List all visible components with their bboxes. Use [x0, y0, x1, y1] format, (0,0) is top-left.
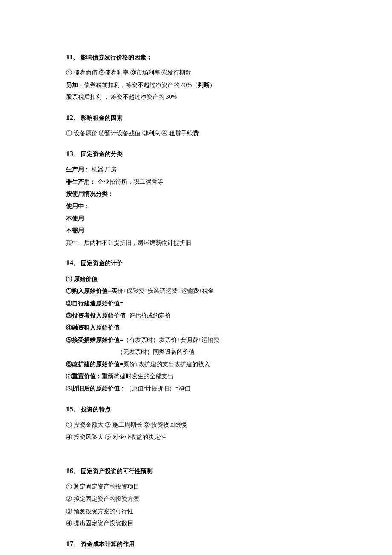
s11-line1: ① 债券面值 ②债券利率 ③市场利率 ④发行期数	[66, 67, 326, 79]
s13-line7: 其中，后两种不计提折旧，房屋建筑物计提折旧	[66, 237, 326, 249]
s14-line4: ③投资者投入原始价值=评估价或约定价	[66, 310, 326, 322]
s13-line1: 生产用： 机器 厂房	[66, 164, 326, 176]
section-12-title: 12、 影响租金的因素	[66, 111, 326, 124]
s15-line2: ④ 投资风险大 ⑤ 对企业收益的决定性	[66, 432, 326, 443]
s13-line3: 按使用情况分类：	[66, 188, 326, 200]
s14-line2: ①购入原始价值=买价+保险费+安装调运费+运输费+税金	[66, 286, 326, 297]
s14-line3: ②自行建造原始价值=	[66, 298, 326, 309]
s12-line1: ① 设备原价 ②预计设备残值 ③利息 ④ 租赁手续费	[66, 128, 326, 139]
s14-line6: ⑤接受捐赠原始价值=（有发票时）发票价+安调费+运输费	[66, 335, 326, 346]
spacer	[66, 444, 326, 457]
s11-line3: 股票税后扣利 ， 筹资不超过净资产的 30%	[66, 92, 326, 103]
s14-line10: ⑶折旧后的原始价值：（原值/计提折旧）=净值	[66, 383, 326, 395]
s13-line6: 不需用	[66, 225, 326, 237]
s15-line1: ① 投资金额大 ② 施工周期长 ③ 投资收回缓慢	[66, 419, 326, 431]
section-12-num: 12	[66, 113, 73, 121]
s11-line2: 另加：债券税前扣利，筹资不超过净资产的 40%（判断）	[66, 80, 326, 91]
section-14-title: 14、 固定资金的计价	[66, 256, 326, 270]
section-11-title: 11、 影响债券发行价格的因素；	[66, 50, 326, 64]
section-16-num: 16	[66, 467, 73, 475]
s13-line4: 使用中：	[66, 201, 326, 212]
s14-line1: ⑴ 原始价值	[66, 274, 326, 285]
s16-line2: ② 拟定固定资产的投资方案	[66, 494, 326, 505]
section-17-title: 17、 资金成本计算的作用	[66, 537, 326, 551]
s14-line8: ⑥改扩建的原始价值=原价+改扩建的支出改扩建的收入	[66, 359, 326, 370]
s16-line4: ④ 提出固定资产投资数目	[66, 518, 326, 529]
section-13-title: 13、 固定资金的分类	[66, 147, 326, 161]
s13-line5: 不使用	[66, 213, 326, 225]
s16-line1: ① 测定固定资产的投资项目	[66, 481, 326, 493]
section-16-title: 16、 固定资产投资的可行性预测	[66, 464, 326, 478]
section-14-num: 14	[66, 259, 73, 267]
section-15-num: 15	[66, 405, 73, 413]
s14-line5: ④融资租入原始价值	[66, 322, 326, 334]
s13-line2: 非生产用： 企业招待所，职工宿舍等	[66, 176, 326, 188]
section-11-num: 11	[66, 53, 73, 61]
s16-line3: ③ 预测投资方案的可行性	[66, 506, 326, 517]
s14-line7: （无发票时）同类设备的价值	[66, 347, 326, 358]
section-13-num: 13	[66, 150, 73, 158]
section-15-title: 15、 投资的特点	[66, 402, 326, 416]
s14-line9: ⑵重置价值：重新构建时发生的全部支出	[66, 371, 326, 382]
section-17-num: 17	[66, 540, 73, 548]
